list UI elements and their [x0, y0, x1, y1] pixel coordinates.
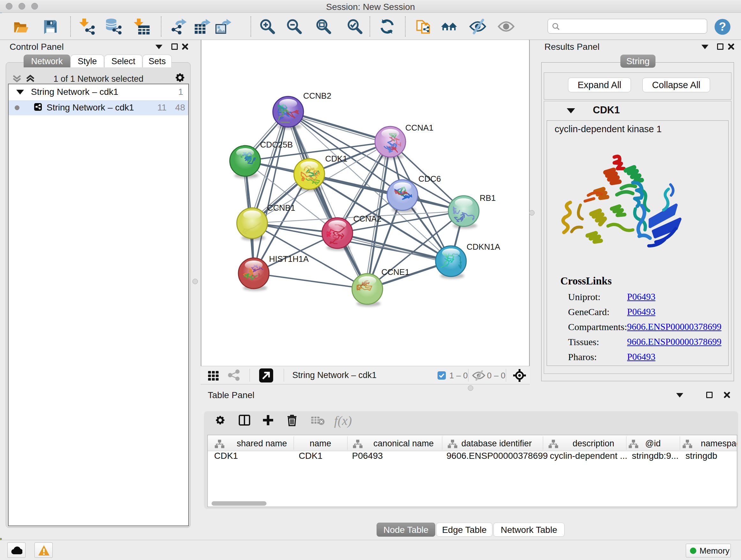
- svg-text:CCNA2: CCNA2: [353, 214, 381, 224]
- svg-text:CDK1: CDK1: [325, 154, 347, 164]
- svg-text:RB1: RB1: [480, 193, 496, 203]
- svg-text:CDC25B: CDC25B: [260, 140, 293, 149]
- svg-text:CDC6: CDC6: [418, 174, 441, 184]
- svg-text:CCNB2: CCNB2: [303, 91, 331, 101]
- svg-text:CCNA1: CCNA1: [405, 123, 433, 132]
- svg-text:?: ?: [719, 20, 726, 33]
- svg-text:HIST1H1A: HIST1H1A: [269, 254, 309, 264]
- svg-text:CCNE1: CCNE1: [381, 267, 409, 277]
- svg-text:CDKN1A: CDKN1A: [467, 242, 500, 252]
- svg-text:CCNB1: CCNB1: [267, 203, 295, 212]
